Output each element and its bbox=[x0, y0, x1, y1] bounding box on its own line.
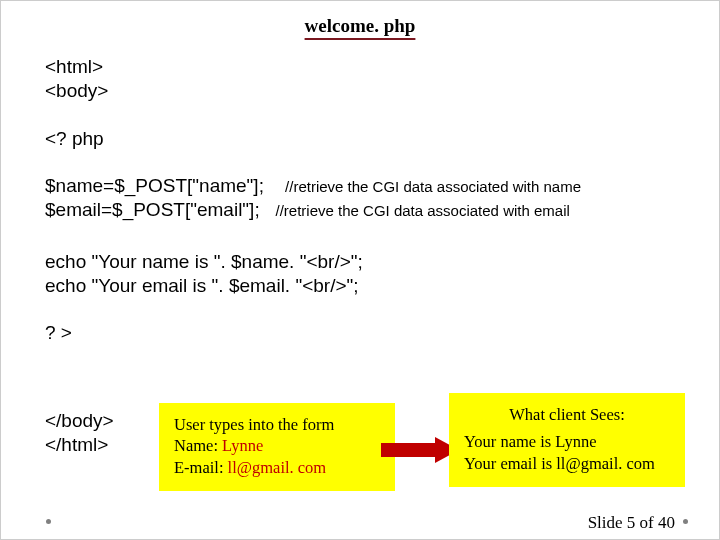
callout-text: Name: Lynne bbox=[174, 435, 380, 456]
slide-title: welcome. php bbox=[45, 11, 675, 55]
code-line: <html> bbox=[45, 55, 675, 79]
callout-text: Your email is ll@gmail. com bbox=[464, 453, 670, 474]
code-line: ? > bbox=[45, 321, 675, 345]
slide-number: Slide 5 of 40 bbox=[588, 513, 675, 533]
code-line: <body> bbox=[45, 79, 675, 103]
code-line: </body> bbox=[45, 409, 114, 433]
label: E-mail: bbox=[174, 458, 228, 477]
code-line: <? php bbox=[45, 127, 675, 151]
decoration-dot bbox=[46, 519, 51, 524]
code-comment: //retrieve the CGI data associated with … bbox=[285, 178, 581, 197]
output-callout-box: What client Sees: Your name is Lynne You… bbox=[449, 393, 685, 487]
code-assign-name: $name=$_POST["name"]; bbox=[45, 175, 264, 196]
code-line: echo "Your email is ". $email. "<br/>"; bbox=[45, 274, 675, 298]
decoration-dot bbox=[683, 519, 688, 524]
callout-text: Your name is Lynne bbox=[464, 431, 670, 452]
code-line: </html> bbox=[45, 433, 114, 457]
value: Lynne bbox=[222, 436, 263, 455]
input-callout-box: User types into the form Name: Lynne E-m… bbox=[159, 403, 395, 491]
code-line: $name=$_POST["name"]; //retrieve the CGI… bbox=[45, 174, 675, 198]
callout-text: E-mail: ll@gmail. com bbox=[174, 457, 380, 478]
callout-text: User types into the form bbox=[174, 414, 380, 435]
code-block: <html> <body> <? php $name=$_POST["name"… bbox=[45, 55, 675, 345]
value: ll@gmail. com bbox=[228, 458, 327, 477]
code-line: $email=$_POST["email"]; //retrieve the C… bbox=[45, 198, 675, 222]
code-comment: //retrieve the CGI data associated with … bbox=[276, 202, 570, 221]
code-assign-email: $email=$_POST["email"]; bbox=[45, 199, 260, 220]
label: Name: bbox=[174, 436, 222, 455]
callout-heading: What client Sees: bbox=[464, 404, 670, 425]
code-close-tags: </body> </html> bbox=[45, 409, 114, 457]
code-line: echo "Your name is ". $name. "<br/>"; bbox=[45, 250, 675, 274]
